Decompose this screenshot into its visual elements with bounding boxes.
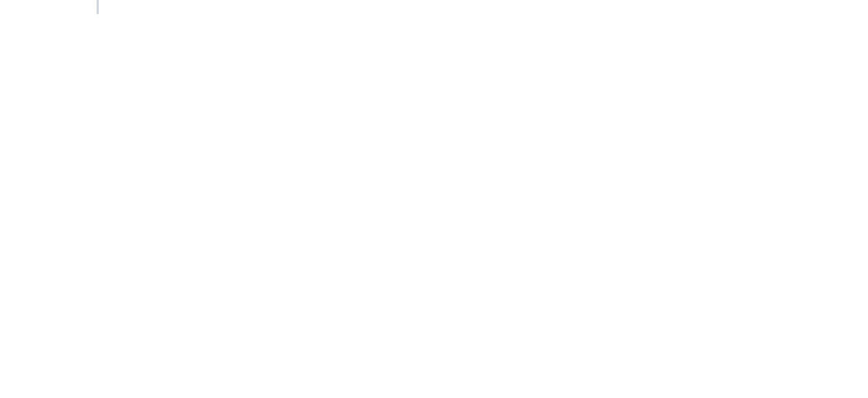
timeline-line — [97, 0, 99, 14]
